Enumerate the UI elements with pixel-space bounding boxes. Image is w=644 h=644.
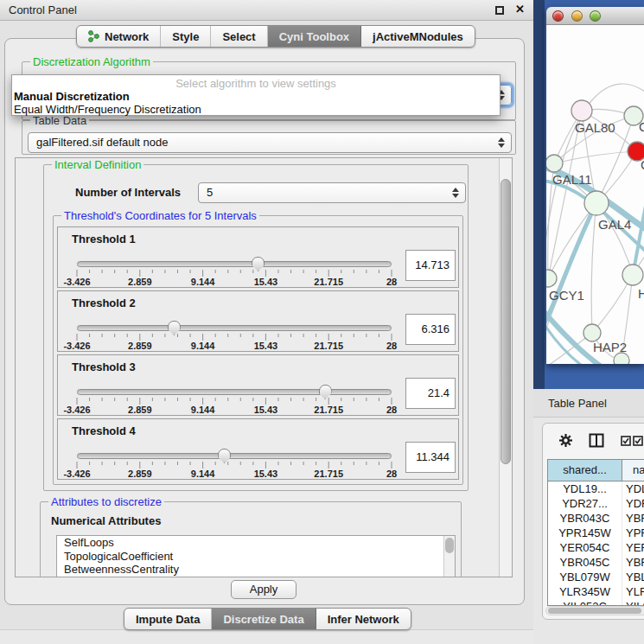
zoom-traffic-light[interactable] <box>590 10 601 22</box>
table-data-select[interactable]: galFiltered.sif default node <box>28 132 512 153</box>
node-label: HAP2 <box>593 340 627 354</box>
scrollbar-thumb[interactable] <box>501 179 511 464</box>
combo-arrows-icon <box>452 188 459 198</box>
tab-label: Cyni Toolbox <box>279 30 349 43</box>
threshold-value-field[interactable]: 21.4 <box>405 378 456 409</box>
split-columns-icon[interactable] <box>589 433 604 448</box>
threshold-slider[interactable]: -3.426 2.859 9.144 15.43 21.715 28 <box>77 321 392 352</box>
threshold-value-field[interactable]: 11.344 <box>405 442 456 473</box>
network-window-titlebar[interactable] <box>546 7 644 25</box>
number-of-intervals-label: Number of Intervals <box>75 186 181 199</box>
float-window-icon[interactable] <box>495 6 504 15</box>
table-row[interactable]: YBR043CYBR043C <box>548 511 644 526</box>
threshold-panel-1: Threshold 1 -3.426 2.859 9.144 15.43 21.… <box>57 226 459 288</box>
node-label: C <box>641 157 644 172</box>
tab-label: Style <box>172 30 199 43</box>
tab-network[interactable]: Network <box>77 26 161 47</box>
cell-name: YLR345W <box>622 584 644 599</box>
group-title: Attributes to discretize <box>48 495 164 508</box>
table-row[interactable]: YPR145WYPR145W <box>548 526 644 540</box>
close-icon[interactable]: ✕ <box>515 3 525 16</box>
slider-track[interactable] <box>77 261 392 267</box>
group-title: Table Data <box>30 114 89 127</box>
slider-ticks <box>77 334 392 342</box>
tab-style[interactable]: Style <box>161 26 211 47</box>
network-view-window: GAL80GALCGAL11GAL4GCY1HHAP2 <box>546 7 644 364</box>
table-row[interactable]: YLR345WYLR345W <box>548 584 644 599</box>
control-panel-window: Control Panel ✕ Network Style Select <box>0 0 533 644</box>
scrollbar-thumb[interactable] <box>445 538 454 553</box>
threshold-value-field[interactable]: 6.316 <box>405 314 456 345</box>
control-panel-tabs: Network Style Select Cyni Toolbox jActiv… <box>76 25 475 48</box>
column-header-shared-name[interactable]: shared... <box>548 460 622 481</box>
table-row[interactable]: YER054CYER054C <box>548 540 644 555</box>
list-item[interactable]: BetweennessCentrality <box>57 563 455 577</box>
list-scrollbar[interactable] <box>443 536 455 577</box>
tab-cyni-toolbox[interactable]: Cyni Toolbox <box>268 26 361 47</box>
threshold-label: Threshold 1 <box>72 233 136 245</box>
cyni-toolbox-panel: Discretization Algorithm Select algorith… <box>4 38 525 605</box>
network-node-GAL4[interactable] <box>584 191 609 215</box>
cell-shared-name: YER054C <box>548 540 622 555</box>
tab-label: Select <box>222 30 255 43</box>
combo-arrows-icon <box>498 137 505 148</box>
checkbox-pair-icon[interactable] <box>621 436 643 446</box>
cell-name: YDL19... <box>622 481 644 496</box>
network-canvas[interactable]: GAL80GALCGAL11GAL4GCY1HHAP2 <box>546 25 644 364</box>
slider-ticks <box>77 398 392 406</box>
gear-icon[interactable] <box>558 433 573 448</box>
node-label: GAL80 <box>575 120 615 135</box>
close-traffic-light[interactable] <box>552 10 564 22</box>
list-item[interactable]: TopologicalCoefficient <box>57 550 455 564</box>
table-row[interactable]: YDR27...YDR27... <box>548 496 644 511</box>
threshold-value-field[interactable]: 14.713 <box>405 250 456 281</box>
network-node-HAP2[interactable] <box>583 324 601 341</box>
threshold-slider[interactable]: -3.426 2.859 9.144 15.43 21.715 28 <box>77 385 392 416</box>
list-item[interactable]: SelfLoops <box>57 536 455 550</box>
tab-infer-network[interactable]: Infer Network <box>316 609 411 629</box>
threshold-slider[interactable]: -3.426 2.859 9.144 15.43 21.715 28 <box>77 257 392 288</box>
network-node-H-node[interactable] <box>622 265 643 285</box>
tab-jactivemnodules[interactable]: jActiveMNodules <box>361 26 475 47</box>
tab-discretize-data[interactable]: Discretize Data <box>212 609 316 629</box>
table-row[interactable]: YBL079WYBL079W <box>548 570 644 584</box>
slider-ticks <box>77 462 392 470</box>
tab-label: Network <box>105 30 149 43</box>
network-node-GAL11[interactable] <box>546 155 563 172</box>
threshold-label: Threshold 2 <box>72 296 136 309</box>
settings-scroll-viewport: Interval Definition Number of Intervals … <box>15 157 513 577</box>
number-of-intervals-select[interactable]: 5 <box>198 182 466 203</box>
cell-shared-name: YIL052C <box>548 599 622 605</box>
attributes-group: Attributes to discretize Numerical Attri… <box>40 501 462 577</box>
table-data-value: galFiltered.sif default node <box>36 136 168 149</box>
tab-impute-data[interactable]: Impute Data <box>124 609 212 629</box>
table-row[interactable]: YIL052CYIL052C <box>548 599 644 605</box>
slider-track[interactable] <box>77 389 392 395</box>
slider-track[interactable] <box>77 453 392 459</box>
table-panel-titlebar: Table Panel <box>533 389 644 418</box>
table-horizontal-scrollbar[interactable] <box>545 606 644 615</box>
column-header-name[interactable]: name <box>622 460 644 481</box>
dropdown-option-manual[interactable]: Manual Discretization <box>14 90 130 103</box>
attributes-list[interactable]: SelfLoopsTopologicalCoefficientBetweenne… <box>56 535 456 577</box>
table-row[interactable]: YBR045CYBR045C <box>548 555 644 570</box>
threshold-panel-3: Threshold 3 -3.426 2.859 9.144 15.43 21.… <box>57 354 459 416</box>
table-panel-container: shared... name YDL19...YDL19...YDR27...Y… <box>542 423 644 620</box>
tab-select[interactable]: Select <box>211 26 267 47</box>
network-node-GAL80[interactable] <box>571 100 592 121</box>
scrollbar-thumb[interactable] <box>548 608 641 614</box>
apply-button[interactable]: Apply <box>231 580 296 599</box>
settings-scrollbar[interactable] <box>499 158 512 577</box>
slider-track[interactable] <box>77 325 392 331</box>
node-label: GCY1 <box>549 288 584 303</box>
threshold-slider[interactable]: -3.426 2.859 9.144 15.43 21.715 28 <box>77 449 392 480</box>
slider-ticks <box>77 270 392 278</box>
table-row[interactable]: YDL19...YDL19... <box>548 481 644 496</box>
node-label: GAL11 <box>552 172 592 187</box>
minimize-traffic-light[interactable] <box>571 10 583 22</box>
group-title: Interval Definition <box>52 158 143 171</box>
network-node-GCY1[interactable] <box>546 270 557 287</box>
dropdown-option-equal-width[interactable]: Equal Width/Frequency Discretization <box>14 103 201 116</box>
group-title: Discretization Algorithm <box>30 55 153 68</box>
cell-name: YBR043C <box>622 511 644 526</box>
